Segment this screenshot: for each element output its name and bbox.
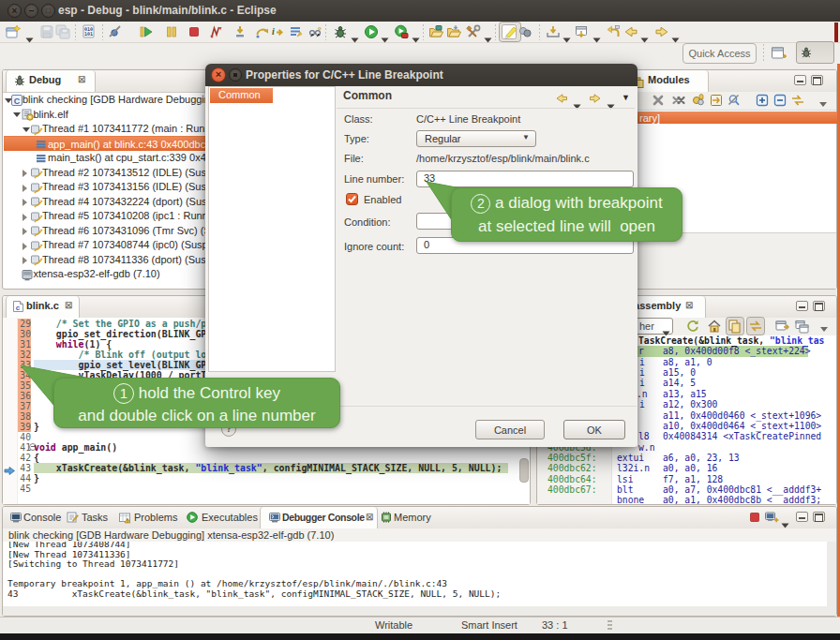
editor-line-number[interactable]: 40 xyxy=(4,432,31,442)
editor-line-number[interactable]: 29 xyxy=(4,319,31,329)
dialog-view-menu-icon[interactable]: ▼ xyxy=(622,93,630,102)
tree-collapsed-arrow-icon[interactable] xyxy=(22,199,27,206)
open-perspective-button[interactable] xyxy=(771,45,788,66)
ok-button[interactable]: OK xyxy=(563,420,625,439)
tab-debug[interactable]: Debug ☒ xyxy=(6,70,96,92)
editor-line-number[interactable]: 42 xyxy=(4,453,31,463)
new-wizard-button[interactable] xyxy=(6,24,21,43)
line-number-field[interactable]: 33 xyxy=(416,171,634,187)
editor-line-number[interactable]: 32 xyxy=(4,350,31,360)
code-line-31[interactable]: while(1) { xyxy=(34,339,112,350)
debug-tab-close-icon[interactable]: ☒ xyxy=(78,75,85,84)
editor-line-number[interactable]: 45 xyxy=(4,484,31,494)
step-return-button[interactable]: i xyxy=(270,24,285,43)
editor-line-number[interactable]: 38 xyxy=(4,411,31,422)
modules-magslash-button[interactable] xyxy=(727,93,742,112)
editor-line-number[interactable]: 35 xyxy=(4,380,31,391)
editor-line-number[interactable]: 41 xyxy=(4,442,31,453)
open-folder-button[interactable] xyxy=(428,24,443,43)
editor-line-number[interactable]: 30 xyxy=(4,329,31,339)
modules-linkarrows-button[interactable] xyxy=(790,93,805,112)
tree-expanded-arrow-icon[interactable] xyxy=(13,112,21,117)
type-dropdown[interactable]: Regular ▼ xyxy=(416,130,536,147)
tree-collapsed-arrow-icon[interactable] xyxy=(22,170,27,177)
tree-collapsed-arrow-icon[interactable] xyxy=(22,243,27,250)
console-minimize-button[interactable] xyxy=(796,512,808,522)
terminate-button[interactable] xyxy=(187,24,202,43)
inbox-arrow-button[interactable] xyxy=(546,24,561,43)
dialog-restore-button[interactable] xyxy=(229,68,242,82)
dialog-forward-button[interactable] xyxy=(588,91,603,110)
code-line-32[interactable]: /* Blink off (output low) */ xyxy=(34,350,234,360)
code-line-44[interactable]: } xyxy=(34,473,39,484)
disasm-row[interactable]: bnonea0, a1, 0x400dbc8b <__adddf3; xyxy=(537,495,836,504)
disasm-row[interactable]: 400dbc5f:extuia6, a0, 23, 13 xyxy=(537,453,836,463)
tab-blink-c[interactable]: blink.c ☒ c xyxy=(6,296,80,318)
show-paths-button[interactable] xyxy=(289,24,304,43)
quick-access-box[interactable]: Quick Access xyxy=(682,43,757,64)
console-maximize-button[interactable] xyxy=(813,512,825,522)
disassembly-maximize-button[interactable] xyxy=(813,301,825,311)
dialog-category-common[interactable]: Common xyxy=(210,88,273,103)
editor-line-number[interactable]: 33 xyxy=(4,360,31,370)
debug-bug-button[interactable] xyxy=(333,24,348,43)
resume-button[interactable] xyxy=(139,24,154,43)
modules-addbox-button[interactable] xyxy=(709,93,724,112)
step-filters-button[interactable]: o xyxy=(308,24,322,43)
code-line-41[interactable]: void app_main() xyxy=(34,442,117,453)
step-into-button[interactable] xyxy=(233,24,248,43)
nav-forward-button[interactable] xyxy=(654,24,669,43)
save-button[interactable] xyxy=(39,24,54,43)
disasm-open-view-button[interactable] xyxy=(774,319,789,337)
save-all-button[interactable] xyxy=(55,24,70,43)
external-tools-button[interactable] xyxy=(394,24,409,43)
tree-collapsed-arrow-icon[interactable] xyxy=(22,228,27,235)
window-minimize-button[interactable]: – xyxy=(24,4,38,18)
run-button[interactable] xyxy=(364,24,379,43)
editor-line-number[interactable]: 37 xyxy=(4,401,31,411)
editor-line-number[interactable]: 39 xyxy=(4,422,31,432)
disassembly-tab-close-icon[interactable]: ☒ xyxy=(685,301,693,310)
modules-puzzle-button[interactable] xyxy=(691,93,706,112)
skip-breakpoints-button[interactable] xyxy=(108,24,123,43)
gray-circles-button[interactable] xyxy=(518,24,532,43)
wrench-button[interactable] xyxy=(466,24,481,43)
console-open-console-button[interactable] xyxy=(764,510,779,528)
dialog-close-button[interactable]: × xyxy=(211,67,226,82)
debug-perspective-button[interactable] xyxy=(796,41,834,64)
tree-collapsed-arrow-icon[interactable] xyxy=(22,214,27,221)
last-edit-button[interactable] xyxy=(606,24,621,43)
disasm-row[interactable]: 400dbc62:l32i.na0, a0, 16 xyxy=(537,463,836,473)
tree-collapsed-arrow-icon[interactable] xyxy=(22,185,27,192)
code-line-43[interactable]: xTaskCreate(&blink_task, "blink_task", c… xyxy=(34,463,502,473)
console-vscrollbar[interactable] xyxy=(827,542,836,606)
code-line-39[interactable]: } xyxy=(34,422,39,432)
modules-rem-xx-button[interactable] xyxy=(671,93,686,112)
disasm-home-button[interactable] xyxy=(707,319,722,337)
modules-minusbox-button[interactable] xyxy=(772,93,788,112)
disassembly-minimize-button[interactable] xyxy=(796,301,808,311)
disasm-row[interactable]: 400dbc67:blta0, a7, 0x400dbc81 <__adddf3… xyxy=(537,484,836,495)
inbox-arrow2-button[interactable] xyxy=(574,24,589,43)
editor-line-number[interactable]: 31 xyxy=(4,339,31,350)
editor-scrollbar-thumb[interactable] xyxy=(519,458,529,483)
code-line-42[interactable]: { xyxy=(34,453,39,463)
tree-expanded-arrow-icon[interactable] xyxy=(22,127,30,132)
nav-back-button[interactable] xyxy=(623,24,638,43)
dialog-back-button[interactable] xyxy=(554,91,569,110)
window-close-button[interactable]: × xyxy=(8,4,22,18)
enabled-checkbox[interactable] xyxy=(346,193,358,205)
modules-plusbox-button[interactable] xyxy=(755,93,770,112)
restart-button[interactable] xyxy=(209,24,224,43)
dialog-forward-dropdown[interactable] xyxy=(607,97,615,113)
open-folder2-button[interactable] xyxy=(446,24,461,43)
editor-line-number[interactable]: 34 xyxy=(4,370,31,380)
dialog-back-dropdown[interactable] xyxy=(573,97,581,113)
console-terminate-button[interactable] xyxy=(748,511,761,528)
status-grip[interactable] xyxy=(608,620,612,632)
editor-line-number[interactable]: 36 xyxy=(4,391,31,401)
console-body[interactable]: blink checking [GDB Hardware Debugging] … xyxy=(3,528,836,616)
editor-tab-close-icon[interactable]: ☒ xyxy=(65,301,72,310)
console-hscrollbar[interactable] xyxy=(3,606,836,616)
modules-rem-x-button[interactable] xyxy=(651,93,666,112)
